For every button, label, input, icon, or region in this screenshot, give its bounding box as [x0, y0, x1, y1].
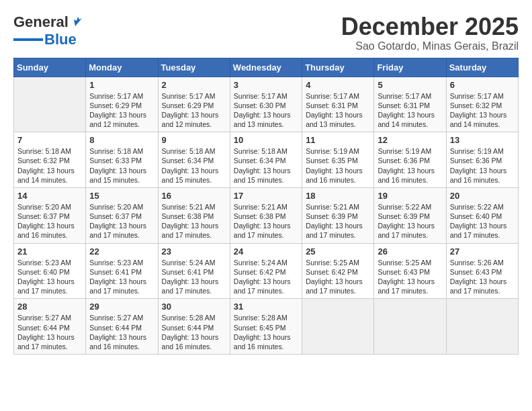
day-info: Sunrise: 5:23 AM Sunset: 6:40 PM Dayligh… [17, 258, 82, 296]
day-info: Sunrise: 5:19 AM Sunset: 6:36 PM Dayligh… [378, 146, 442, 185]
calendar-table: SundayMondayTuesdayWednesdayThursdayFrid… [13, 58, 519, 355]
day-info: Sunrise: 5:25 AM Sunset: 6:42 PM Dayligh… [306, 258, 370, 296]
calendar-cell: 31Sunrise: 5:28 AM Sunset: 6:45 PM Dayli… [230, 299, 302, 355]
day-info: Sunrise: 5:27 AM Sunset: 6:44 PM Dayligh… [17, 313, 82, 351]
calendar-cell: 18Sunrise: 5:21 AM Sunset: 6:39 PM Dayli… [302, 187, 374, 243]
weekday-header-wednesday: Wednesday [230, 58, 302, 77]
day-number: 30 [162, 302, 226, 312]
calendar-cell: 9Sunrise: 5:18 AM Sunset: 6:34 PM Daylig… [158, 132, 230, 188]
calendar-cell: 1Sunrise: 5:17 AM Sunset: 6:29 PM Daylig… [86, 77, 158, 132]
day-info: Sunrise: 5:24 AM Sunset: 6:41 PM Dayligh… [162, 258, 226, 296]
calendar-cell: 28Sunrise: 5:27 AM Sunset: 6:44 PM Dayli… [14, 299, 86, 355]
weekday-header-friday: Friday [374, 58, 446, 77]
calendar-cell: 3Sunrise: 5:17 AM Sunset: 6:30 PM Daylig… [230, 77, 302, 132]
day-info: Sunrise: 5:20 AM Sunset: 6:37 PM Dayligh… [17, 202, 82, 240]
day-number: 12 [378, 135, 442, 145]
day-info: Sunrise: 5:20 AM Sunset: 6:37 PM Dayligh… [89, 202, 154, 240]
day-info: Sunrise: 5:26 AM Sunset: 6:43 PM Dayligh… [450, 258, 515, 296]
calendar-cell: 22Sunrise: 5:23 AM Sunset: 6:41 PM Dayli… [86, 243, 158, 299]
calendar-cell: 23Sunrise: 5:24 AM Sunset: 6:41 PM Dayli… [158, 243, 230, 299]
day-number: 23 [162, 246, 226, 257]
day-number: 31 [234, 302, 298, 312]
month-title: December 2025 [341, 13, 519, 40]
calendar-cell: 21Sunrise: 5:23 AM Sunset: 6:40 PM Dayli… [14, 243, 86, 299]
day-info: Sunrise: 5:19 AM Sunset: 6:35 PM Dayligh… [306, 146, 370, 185]
calendar-cell: 19Sunrise: 5:22 AM Sunset: 6:39 PM Dayli… [374, 187, 446, 243]
location-title: Sao Gotardo, Minas Gerais, Brazil [341, 40, 519, 52]
weekday-header-saturday: Saturday [446, 58, 518, 77]
day-number: 19 [378, 191, 442, 201]
day-info: Sunrise: 5:19 AM Sunset: 6:36 PM Dayligh… [450, 146, 515, 185]
day-info: Sunrise: 5:18 AM Sunset: 6:34 PM Dayligh… [162, 146, 226, 185]
calendar-cell: 29Sunrise: 5:27 AM Sunset: 6:44 PM Dayli… [86, 299, 158, 355]
calendar-cell: 17Sunrise: 5:21 AM Sunset: 6:38 PM Dayli… [230, 187, 302, 243]
calendar-cell: 7Sunrise: 5:18 AM Sunset: 6:32 PM Daylig… [14, 132, 86, 188]
calendar-cell: 26Sunrise: 5:25 AM Sunset: 6:43 PM Dayli… [374, 243, 446, 299]
day-info: Sunrise: 5:27 AM Sunset: 6:44 PM Dayligh… [89, 313, 154, 351]
day-number: 28 [17, 302, 82, 312]
day-number: 8 [89, 135, 154, 145]
calendar-cell: 20Sunrise: 5:22 AM Sunset: 6:40 PM Dayli… [446, 187, 518, 243]
calendar-cell: 5Sunrise: 5:17 AM Sunset: 6:31 PM Daylig… [374, 77, 446, 132]
day-info: Sunrise: 5:21 AM Sunset: 6:38 PM Dayligh… [162, 202, 226, 240]
calendar-cell: 15Sunrise: 5:20 AM Sunset: 6:37 PM Dayli… [86, 187, 158, 243]
day-info: Sunrise: 5:17 AM Sunset: 6:31 PM Dayligh… [306, 91, 370, 130]
day-number: 26 [378, 246, 442, 257]
day-info: Sunrise: 5:25 AM Sunset: 6:43 PM Dayligh… [378, 258, 442, 296]
calendar-cell: 24Sunrise: 5:24 AM Sunset: 6:42 PM Dayli… [230, 243, 302, 299]
day-number: 1 [89, 80, 154, 90]
calendar-cell: 25Sunrise: 5:25 AM Sunset: 6:42 PM Dayli… [302, 243, 374, 299]
day-info: Sunrise: 5:17 AM Sunset: 6:29 PM Dayligh… [89, 91, 154, 130]
day-info: Sunrise: 5:28 AM Sunset: 6:45 PM Dayligh… [234, 313, 298, 351]
calendar-cell [374, 299, 446, 355]
calendar-cell: 2Sunrise: 5:17 AM Sunset: 6:29 PM Daylig… [158, 77, 230, 132]
calendar-cell [14, 77, 86, 132]
day-number: 10 [234, 135, 298, 145]
day-info: Sunrise: 5:22 AM Sunset: 6:40 PM Dayligh… [450, 202, 515, 240]
weekday-header-monday: Monday [86, 58, 158, 77]
calendar-cell [302, 299, 374, 355]
day-number: 13 [450, 135, 515, 145]
calendar-title-area: December 2025 Sao Gotardo, Minas Gerais,… [341, 13, 519, 52]
day-number: 14 [17, 191, 82, 201]
calendar-week-row: 28Sunrise: 5:27 AM Sunset: 6:44 PM Dayli… [14, 299, 519, 355]
calendar-cell: 16Sunrise: 5:21 AM Sunset: 6:38 PM Dayli… [158, 187, 230, 243]
calendar-cell [446, 299, 518, 355]
day-info: Sunrise: 5:17 AM Sunset: 6:31 PM Dayligh… [378, 91, 442, 130]
svg-marker-0 [74, 17, 82, 26]
calendar-cell: 6Sunrise: 5:17 AM Sunset: 6:32 PM Daylig… [446, 77, 518, 132]
calendar-cell: 8Sunrise: 5:18 AM Sunset: 6:33 PM Daylig… [86, 132, 158, 188]
day-info: Sunrise: 5:28 AM Sunset: 6:44 PM Dayligh… [162, 313, 226, 351]
day-number: 3 [234, 80, 298, 90]
day-number: 16 [162, 191, 226, 201]
calendar-cell: 12Sunrise: 5:19 AM Sunset: 6:36 PM Dayli… [374, 132, 446, 188]
day-info: Sunrise: 5:17 AM Sunset: 6:30 PM Dayligh… [234, 91, 298, 130]
calendar-week-row: 7Sunrise: 5:18 AM Sunset: 6:32 PM Daylig… [14, 132, 519, 188]
calendar-cell: 30Sunrise: 5:28 AM Sunset: 6:44 PM Dayli… [158, 299, 230, 355]
calendar-cell: 27Sunrise: 5:26 AM Sunset: 6:43 PM Dayli… [446, 243, 518, 299]
weekday-header-row: SundayMondayTuesdayWednesdayThursdayFrid… [14, 58, 519, 77]
weekday-header-tuesday: Tuesday [158, 58, 230, 77]
day-info: Sunrise: 5:18 AM Sunset: 6:34 PM Dayligh… [234, 146, 298, 185]
page-header: General Blue December 2025 Sao Gotardo, … [13, 13, 519, 52]
day-number: 18 [306, 191, 370, 201]
day-number: 25 [306, 246, 370, 257]
logo-bird-icon [70, 14, 85, 29]
day-number: 6 [450, 80, 515, 90]
day-number: 20 [450, 191, 515, 201]
day-number: 7 [17, 135, 82, 145]
calendar-cell: 10Sunrise: 5:18 AM Sunset: 6:34 PM Dayli… [230, 132, 302, 188]
day-number: 9 [162, 135, 226, 145]
day-number: 5 [378, 80, 442, 90]
day-info: Sunrise: 5:24 AM Sunset: 6:42 PM Dayligh… [234, 258, 298, 296]
logo-general: General [13, 13, 69, 31]
logo-blue: Blue [44, 31, 77, 48]
day-info: Sunrise: 5:18 AM Sunset: 6:33 PM Dayligh… [89, 146, 154, 185]
logo: General Blue [13, 13, 85, 48]
calendar-cell: 4Sunrise: 5:17 AM Sunset: 6:31 PM Daylig… [302, 77, 374, 132]
day-number: 15 [89, 191, 154, 201]
calendar-cell: 14Sunrise: 5:20 AM Sunset: 6:37 PM Dayli… [14, 187, 86, 243]
day-number: 27 [450, 246, 515, 257]
day-number: 29 [89, 302, 154, 312]
weekday-header-thursday: Thursday [302, 58, 374, 77]
